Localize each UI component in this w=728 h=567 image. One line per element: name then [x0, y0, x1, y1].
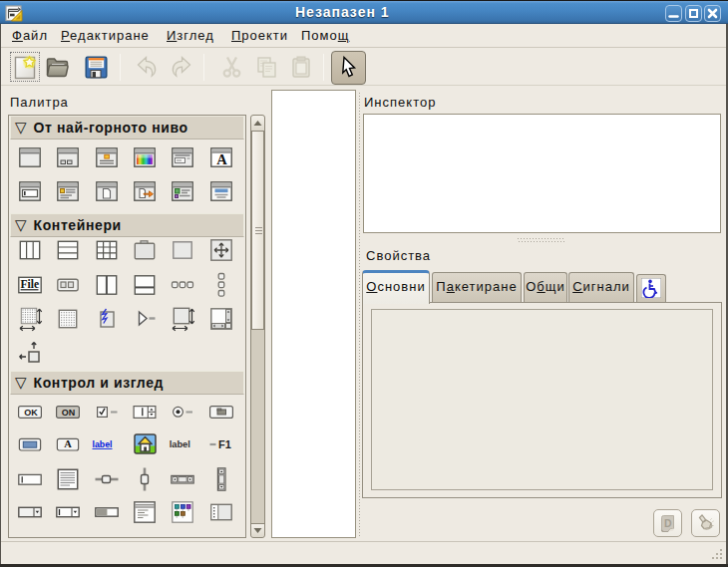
svg-text:File: File [21, 278, 40, 290]
svg-text:label: label [93, 439, 113, 449]
svg-text:A: A [216, 151, 227, 167]
svg-text:D: D [664, 517, 672, 529]
svg-text:ON: ON [62, 408, 76, 418]
svg-text:A: A [64, 438, 72, 449]
svg-text:OK: OK [24, 408, 38, 418]
svg-text:label: label [170, 439, 190, 449]
svg-text:F1: F1 [218, 438, 231, 450]
